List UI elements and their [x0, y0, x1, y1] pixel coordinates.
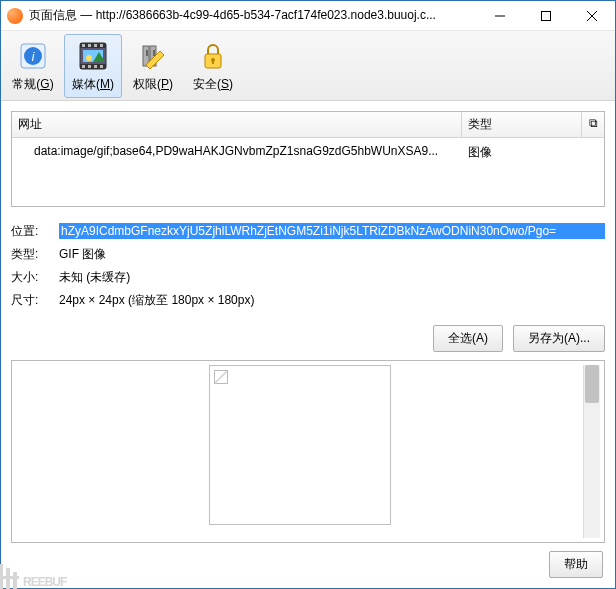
svg-rect-10 [100, 44, 103, 47]
svg-rect-12 [88, 65, 91, 68]
svg-rect-13 [94, 65, 97, 68]
svg-rect-20 [146, 50, 148, 56]
type-value: GIF 图像 [59, 246, 605, 263]
save-as-button[interactable]: 另存为(A)... [513, 325, 605, 352]
svg-rect-0 [542, 11, 551, 20]
table-header: 网址 类型 ⧉ [12, 112, 604, 138]
close-button[interactable] [569, 1, 615, 30]
tab-security[interactable]: 安全(S) [184, 34, 242, 98]
svg-rect-25 [212, 60, 214, 64]
svg-rect-7 [82, 44, 85, 47]
dimensions-label: 尺寸: [11, 292, 59, 309]
tab-permissions[interactable]: 权限(P) [124, 34, 182, 98]
tab-permissions-label: 权限(P) [133, 76, 173, 93]
broken-image-icon [214, 370, 228, 384]
dimensions-value: 24px × 24px (缩放至 180px × 180px) [59, 292, 605, 309]
svg-rect-8 [88, 44, 91, 47]
preview-frame [209, 365, 391, 525]
permissions-icon [137, 40, 169, 72]
tab-general-label: 常规(G) [12, 76, 53, 93]
svg-rect-9 [94, 44, 97, 47]
location-label: 位置: [11, 223, 59, 240]
svg-text:i: i [32, 50, 35, 64]
tab-security-label: 安全(S) [193, 76, 233, 93]
toolbar: i 常规(G) 媒体(M) 权限(P) 安全(S) [1, 31, 615, 101]
select-all-button[interactable]: 全选(A) [433, 325, 503, 352]
location-value[interactable]: hZyA9ICdmbGFnezkxYjU5ZjhlLWRhZjEtNGM5Zi1… [59, 223, 605, 239]
scrollbar-thumb[interactable] [585, 365, 599, 403]
lock-icon [197, 40, 229, 72]
cell-address: data:image/gif;base64,PD9waHAKJGNvbmZpZ1… [12, 138, 462, 165]
svg-point-16 [86, 55, 92, 61]
cell-type: 图像 [462, 138, 604, 165]
info-icon: i [17, 40, 49, 72]
preview-scrollbar[interactable] [583, 365, 600, 538]
firefox-icon [7, 8, 23, 24]
page-info-window: 页面信息 — http://6386663b-4c99-4d65-b534-7a… [0, 0, 616, 589]
titlebar[interactable]: 页面信息 — http://6386663b-4c99-4d65-b534-7a… [1, 1, 615, 31]
content-area: 网址 类型 ⧉ data:image/gif;base64,PD9waHAKJG… [1, 101, 615, 588]
preview-area [11, 360, 605, 543]
svg-rect-11 [82, 65, 85, 68]
size-label: 大小: [11, 269, 59, 286]
svg-rect-14 [100, 65, 103, 68]
size-value: 未知 (未缓存) [59, 269, 605, 286]
tab-media[interactable]: 媒体(M) [64, 34, 122, 98]
media-icon [77, 40, 109, 72]
help-button[interactable]: 帮助 [549, 551, 603, 578]
maximize-button[interactable] [523, 1, 569, 30]
tab-general[interactable]: i 常规(G) [4, 34, 62, 98]
minimize-button[interactable] [477, 1, 523, 30]
col-address[interactable]: 网址 [12, 112, 462, 137]
tab-media-label: 媒体(M) [72, 76, 114, 93]
svg-rect-21 [153, 50, 155, 56]
col-type[interactable]: 类型 [462, 112, 582, 137]
window-title: 页面信息 — http://6386663b-4c99-4d65-b534-7a… [29, 7, 477, 24]
detail-panel: 位置: hZyA9ICdmbGFnezkxYjU5ZjhlLWRhZjEtNGM… [11, 223, 605, 315]
col-picker[interactable]: ⧉ [582, 112, 604, 137]
type-label: 类型: [11, 246, 59, 263]
media-table[interactable]: 网址 类型 ⧉ data:image/gif;base64,PD9waHAKJG… [11, 111, 605, 207]
table-row[interactable]: data:image/gif;base64,PD9waHAKJGNvbmZpZ1… [12, 138, 604, 165]
